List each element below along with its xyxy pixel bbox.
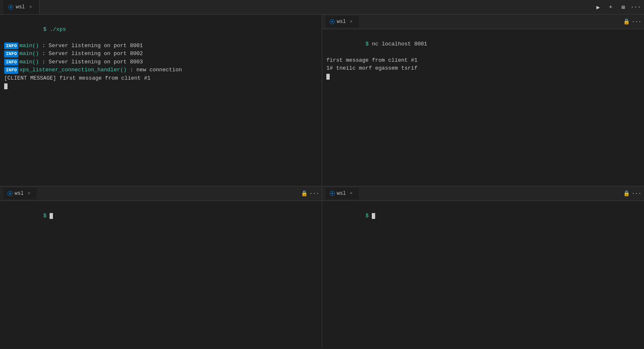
- terminal-line-2: INFOmain() : Server listening on port 80…: [4, 50, 318, 58]
- terminal-line-4: INFOxps_listener_connection_handler() : …: [4, 66, 318, 74]
- terminal-cursor-line: [4, 82, 318, 90]
- panel-top-right-content[interactable]: $ nc localhost 8001 first message from c…: [322, 29, 644, 186]
- panel-top-right-tab[interactable]: wsl ×: [326, 16, 359, 28]
- info-badge-3: INFO: [4, 59, 18, 66]
- more-btn-bottom-right[interactable]: ···: [632, 189, 641, 198]
- info-badge-1: INFO: [4, 43, 18, 50]
- wsl-icon-top-right: [330, 19, 335, 24]
- more-btn-top-right[interactable]: ···: [632, 18, 641, 26]
- terminal-right-cursor: [326, 73, 640, 81]
- info-badge-2: INFO: [4, 50, 18, 58]
- terminal-line-3: INFOmain() : Server listening on port 80…: [4, 58, 318, 66]
- terminal-right-line-1: first message from client #1: [326, 56, 640, 65]
- panel-top-right-close[interactable]: ×: [348, 18, 355, 25]
- cursor-bottom-right: [372, 213, 375, 219]
- panel-bottom-left: wsl × 🔒 ··· $: [0, 186, 322, 349]
- terminal-bottom-left-prompt: $: [4, 203, 318, 228]
- panel-bottom-right-content[interactable]: $: [322, 201, 644, 349]
- bottom-panels: wsl × 🔒 ··· $: [0, 186, 644, 349]
- panel-bottom-right: wsl × 🔒 ··· $: [322, 186, 644, 349]
- panel-bottom-right-close[interactable]: ×: [348, 190, 355, 197]
- top-tab-item[interactable]: wsl ×: [3, 0, 40, 14]
- info-badge-4: INFO: [4, 67, 18, 74]
- more-btn-bottom-left[interactable]: ···: [310, 189, 318, 198]
- fn-name-2: main(): [19, 50, 39, 57]
- panel-bottom-left-tab[interactable]: wsl ×: [3, 188, 37, 199]
- fn-name-3: main(): [19, 59, 39, 65]
- run-button[interactable]: ▶: [593, 2, 603, 12]
- panel-bottom-right-tab-bar: wsl × 🔒 ···: [322, 186, 644, 201]
- add-terminal-button[interactable]: +: [606, 2, 616, 12]
- fn-name-4: xps_listener_connection_handler(): [19, 67, 126, 73]
- fn-name-1: main(): [19, 43, 39, 49]
- panel-bottom-left-content[interactable]: $: [0, 201, 322, 349]
- cursor-right: [326, 74, 330, 80]
- panel-top-left: $ ./xps INFOmain() : Server listening on…: [0, 15, 322, 186]
- wsl-icon: [8, 5, 13, 10]
- panel-bottom-right-tab-label: wsl: [337, 191, 346, 196]
- wsl-icon-bottom-right: [330, 191, 335, 196]
- panel-top-right-actions: 🔒 ···: [622, 18, 641, 26]
- wsl-icon-bottom-left: [8, 191, 13, 196]
- cursor-bottom-left: [50, 213, 53, 219]
- prompt-bottom-left: $: [43, 213, 50, 219]
- cursor: [4, 83, 8, 89]
- line-text-4: : new connection: [127, 67, 182, 73]
- top-bar-actions: ▶ + ⊞ ···: [593, 2, 641, 12]
- panel-bottom-left-actions: 🔒 ···: [300, 189, 318, 198]
- split-button[interactable]: ⊞: [618, 2, 628, 12]
- panel-bottom-left-tab-bar: wsl × 🔒 ···: [0, 186, 322, 201]
- line-text-5: [CLIENT MESSAGE] first message from clie…: [4, 75, 150, 81]
- prompt-text-right: $: [366, 41, 372, 47]
- terminal-right-line-2: 1# tneilc morf egassem tsrif: [326, 64, 640, 73]
- panel-top-right-tab-bar: wsl × 🔒 ···: [322, 15, 644, 29]
- panel-bottom-right-actions: 🔒 ···: [622, 189, 641, 198]
- terminal-container: wsl × ▶ + ⊞ ··· $ ./xps INFOmain() : Ser…: [0, 0, 644, 349]
- terminal-bottom-right-prompt: $: [326, 203, 640, 228]
- lock-icon-bottom-right[interactable]: 🔒: [622, 189, 631, 198]
- top-tab-close[interactable]: ×: [28, 4, 34, 10]
- prompt-bottom-right: $: [366, 213, 372, 219]
- top-tab-bar: wsl × ▶ + ⊞ ···: [0, 0, 644, 15]
- top-panels: $ ./xps INFOmain() : Server listening on…: [0, 15, 644, 186]
- lock-icon-top-right[interactable]: 🔒: [622, 18, 631, 26]
- line-text-1: : Server listening on port 8001: [39, 43, 143, 49]
- terminal-prompt-right: $ nc localhost 8001: [326, 32, 640, 56]
- panel-bottom-left-tab-label: wsl: [15, 191, 24, 196]
- panel-top-right: wsl × 🔒 ··· $ nc localhost 8001 first me…: [322, 15, 644, 186]
- panel-top-left-content[interactable]: $ ./xps INFOmain() : Server listening on…: [0, 15, 322, 186]
- terminal-line-1: INFOmain() : Server listening on port 80…: [4, 42, 318, 50]
- panel-bottom-left-close[interactable]: ×: [26, 190, 33, 197]
- line-text-2: : Server listening on port 8002: [39, 50, 143, 57]
- panel-bottom-right-tab[interactable]: wsl ×: [326, 188, 359, 199]
- terminal-line-5: [CLIENT MESSAGE] first message from clie…: [4, 74, 318, 83]
- lock-icon-bottom-left[interactable]: 🔒: [300, 189, 308, 198]
- line-text-3: : Server listening on port 8003: [39, 59, 143, 65]
- panel-top-right-tab-label: wsl: [337, 19, 346, 25]
- terminal-prompt-line: $ ./xps: [4, 17, 318, 42]
- panels-wrapper: $ ./xps INFOmain() : Server listening on…: [0, 15, 644, 349]
- prompt-text: $ ./xps: [43, 26, 66, 33]
- more-actions-button[interactable]: ···: [631, 2, 641, 12]
- command-right: nc localhost 8001: [372, 41, 427, 47]
- top-tab-label: wsl: [16, 4, 25, 10]
